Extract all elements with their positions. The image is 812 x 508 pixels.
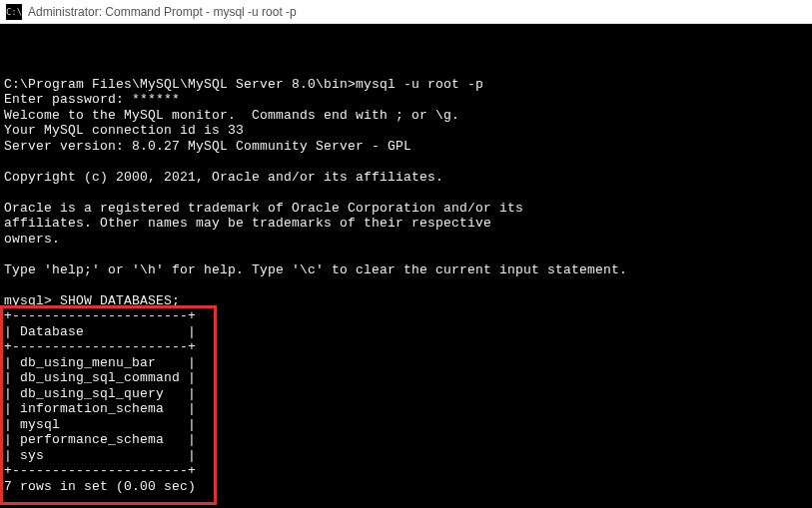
terminal-text: C:\Program Files\MySQL\MySQL Server 8.0\… xyxy=(4,61,812,508)
window-title-bar[interactable]: C:\ Administrator: Command Prompt - mysq… xyxy=(0,0,812,24)
cmd-icon: C:\ xyxy=(6,4,22,20)
terminal-output[interactable]: C:\Program Files\MySQL\MySQL Server 8.0\… xyxy=(0,24,812,508)
window-title-text: Administrator: Command Prompt - mysql -u… xyxy=(28,5,297,19)
